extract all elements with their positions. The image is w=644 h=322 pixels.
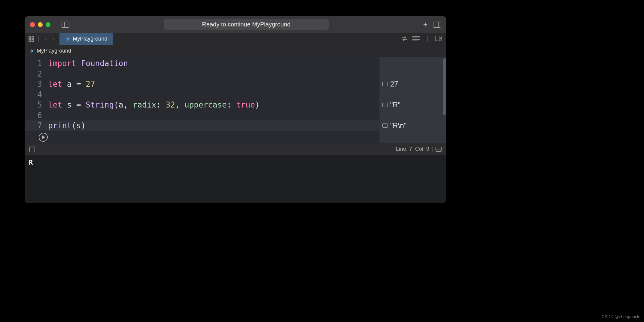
code-line[interactable]: 2	[25, 69, 379, 79]
console[interactable]: R	[25, 155, 446, 203]
close-button[interactable]	[30, 22, 35, 27]
line-number: 7	[25, 120, 48, 131]
code-line[interactable]: 7print(s)	[25, 120, 379, 131]
code-content: let s = String(a, radix: 32, uppercase: …	[48, 100, 260, 110]
swift-icon	[65, 36, 70, 42]
xcode-window: Ready to continue MyPlayground + ‹ › MyP…	[25, 16, 446, 203]
code-content: import Foundation	[48, 58, 128, 69]
debug-bar: Line: 7 Col: 9	[25, 143, 446, 155]
zoom-button[interactable]	[46, 22, 50, 27]
code-line[interactable]: 4	[25, 90, 379, 100]
line-number: 3	[25, 79, 48, 90]
debug-view-icon[interactable]	[29, 147, 35, 152]
separator	[56, 22, 56, 28]
separator	[38, 36, 39, 42]
forward-arrow-icon[interactable]: ›	[50, 35, 56, 42]
watermark: CSDN @zhonguncle	[602, 314, 640, 319]
related-items-icon[interactable]	[28, 36, 34, 42]
result-row	[379, 69, 446, 79]
line-number: 6	[25, 110, 48, 121]
line-number: 5	[25, 100, 48, 110]
quicklook-icon[interactable]	[382, 103, 388, 107]
line-number: 2	[25, 69, 48, 79]
result-value: "R\n"	[390, 120, 406, 131]
traffic-lights	[30, 22, 50, 27]
play-button[interactable]	[39, 133, 48, 142]
svg-rect-3	[32, 40, 34, 41]
back-arrow-icon[interactable]: ‹	[43, 35, 49, 42]
result-value: 27	[390, 79, 398, 90]
separator	[427, 36, 428, 42]
quicklook-icon[interactable]	[382, 82, 388, 86]
result-value: "R"	[390, 100, 400, 110]
code-line[interactable]: 5let s = String(a, radix: 32, uppercase:…	[25, 100, 379, 110]
tab-myplayground[interactable]: MyPlayground	[59, 33, 113, 45]
line-number: 1	[25, 58, 48, 69]
activity-status[interactable]: Ready to continue MyPlayground	[164, 19, 329, 30]
cursor-col: Col: 9	[415, 146, 429, 152]
code-line[interactable]: 1import Foundation	[25, 58, 379, 69]
results-sidebar: 27"R""R\n"	[379, 57, 446, 143]
result-row	[379, 110, 446, 121]
add-editor-icon[interactable]	[435, 36, 442, 42]
result-row	[379, 90, 446, 100]
cursor-line: Line: 7	[396, 146, 412, 152]
svg-rect-0	[29, 37, 31, 38]
editor-area: 1import Foundation23let a = 2745let s = …	[25, 57, 446, 143]
plus-icon[interactable]: +	[423, 20, 428, 29]
swift-icon	[29, 48, 34, 54]
minimize-button[interactable]	[38, 22, 43, 27]
svg-rect-2	[29, 40, 31, 41]
svg-rect-1	[32, 37, 34, 38]
console-toggle-icon[interactable]	[436, 147, 442, 152]
code-line[interactable]: 6	[25, 110, 379, 121]
separator	[432, 147, 433, 152]
titlebar: Ready to continue MyPlayground +	[25, 16, 446, 33]
quicklook-icon[interactable]	[382, 123, 388, 128]
result-row	[379, 58, 446, 69]
result-row: 27	[379, 79, 446, 90]
breadcrumb[interactable]: MyPlayground	[25, 45, 446, 57]
inspector-toggle-icon[interactable]	[433, 22, 441, 28]
adjust-editor-icon[interactable]	[412, 36, 420, 42]
code-content: let a = 27	[48, 79, 95, 90]
scrollbar[interactable]	[443, 58, 446, 115]
result-row	[379, 131, 446, 141]
result-row: "R"	[379, 100, 446, 110]
tab-label: MyPlayground	[73, 36, 107, 42]
tabbar: ‹ › MyPlayground	[25, 33, 446, 45]
navigator-toggle-icon[interactable]	[62, 22, 69, 28]
result-row: "R\n"	[379, 120, 446, 131]
swap-icon[interactable]	[401, 36, 408, 42]
console-output: R	[29, 159, 33, 166]
breadcrumb-label: MyPlayground	[37, 48, 71, 54]
line-number: 4	[25, 90, 48, 100]
code-content: print(s)	[48, 120, 86, 131]
code-line[interactable]: 3let a = 27	[25, 79, 379, 90]
code-editor[interactable]: 1import Foundation23let a = 2745let s = …	[25, 57, 379, 143]
